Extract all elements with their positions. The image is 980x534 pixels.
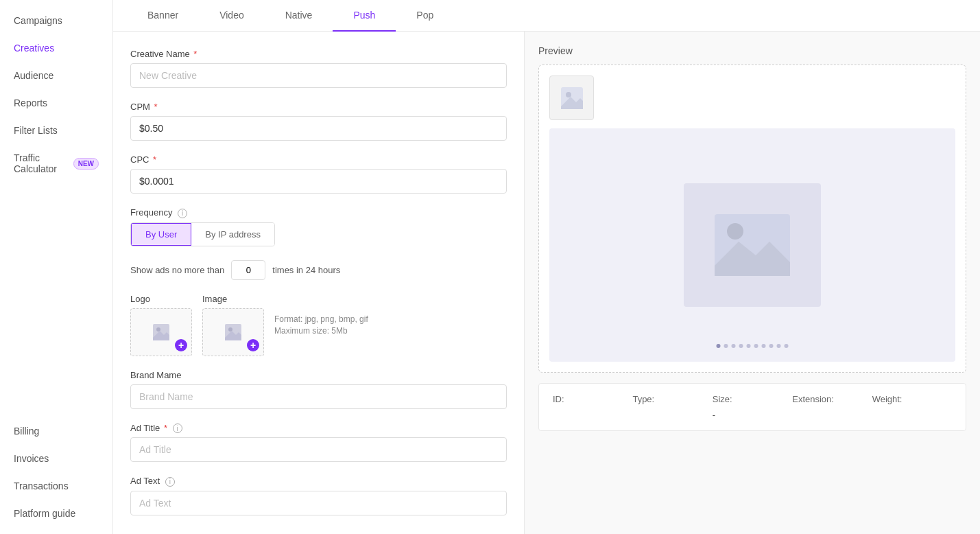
preview-main-icon [711, 211, 793, 279]
content-area: Creative Name * CPM * CPC * [113, 32, 980, 534]
creative-name-label: Creative Name * [130, 49, 507, 59]
creative-name-group: Creative Name * [130, 49, 507, 88]
ad-text-group: Ad Text i [130, 476, 507, 515]
val-id [553, 410, 632, 420]
preview-dot-5 [747, 344, 751, 348]
preview-dot-9 [777, 344, 781, 348]
sidebar-item-label: Audience [14, 70, 53, 81]
info-table-header: ID: Type: Size: Extension: Weight: [553, 394, 952, 404]
frequency-label: Frequency i [130, 207, 507, 218]
sidebar-item-label: Campaigns [14, 15, 62, 26]
upload-hints: Format: jpg, png, bmp, gif Maximum size:… [274, 294, 368, 356]
logo-upload-plus[interactable]: + [175, 339, 187, 351]
tab-native[interactable]: Native [265, 0, 333, 32]
show-ads-suffix: times in 24 hours [272, 265, 340, 275]
brand-name-group: Brand Mame [130, 370, 507, 409]
svg-point-10 [727, 223, 743, 240]
sidebar-item-billing[interactable]: Billing [0, 417, 112, 445]
freq-by-user[interactable]: By User [131, 223, 191, 246]
sidebar-item-label: Invoices [14, 453, 49, 464]
cpc-required: * [153, 154, 156, 165]
preview-dot-3 [732, 344, 736, 348]
col-id: ID: [553, 394, 632, 404]
preview-dot-2 [724, 344, 728, 348]
val-extension [792, 410, 872, 420]
sidebar-item-transactions[interactable]: Transactions [0, 472, 112, 500]
image-label: Image [202, 294, 264, 304]
preview-logo-icon [558, 84, 586, 112]
show-ads-prefix: Show ads no more than [130, 265, 224, 275]
sidebar-item-label: Creatives [14, 43, 54, 54]
col-type: Type: [632, 394, 712, 404]
sidebar-item-reports[interactable]: Reports [0, 89, 112, 117]
tab-video[interactable]: Video [199, 0, 265, 32]
cpm-label: CPM * [130, 102, 507, 112]
frequency-toggle: By User By IP address [130, 222, 275, 246]
upload-row: Logo + Image [130, 294, 507, 356]
tab-banner[interactable]: Banner [127, 0, 199, 32]
ad-title-info-icon[interactable]: i [173, 423, 182, 433]
upload-hint-size: Maximum size: 5Mb [274, 326, 368, 336]
preview-box [538, 65, 966, 373]
show-ads-input[interactable] [231, 260, 265, 280]
cpm-group: CPM * [130, 102, 507, 141]
preview-dot-8 [769, 344, 774, 348]
col-extension: Extension: [792, 394, 872, 404]
sidebar-item-label: Platform guide [14, 508, 75, 519]
cpc-input[interactable] [130, 169, 507, 194]
preview-dot-10 [785, 344, 789, 348]
tab-push[interactable]: Push [333, 0, 396, 32]
sidebar-item-label: Transactions [14, 480, 69, 491]
frequency-info-icon[interactable]: i [178, 209, 187, 218]
sidebar-item-campaigns[interactable]: Campaigns [0, 7, 112, 34]
sidebar-item-label: Traffic Calculator [14, 152, 68, 174]
form-panel: Creative Name * CPM * CPC * [113, 32, 525, 534]
preview-main-area [549, 128, 955, 362]
sidebar-item-creatives[interactable]: Creatives [0, 34, 112, 62]
brand-name-input[interactable] [130, 384, 507, 409]
upload-hint-format: Format: jpg, png, bmp, gif [274, 314, 368, 324]
image-upload-group: Image + [202, 294, 264, 356]
required-star: * [193, 49, 197, 59]
preview-dots [717, 344, 789, 348]
val-type [632, 410, 712, 420]
logo-upload-group: Logo + [130, 294, 192, 356]
tab-pop[interactable]: Pop [396, 0, 454, 32]
preview-dot-7 [762, 344, 766, 348]
info-table-row: - [553, 410, 952, 420]
sidebar-item-label: Filter Lists [14, 125, 58, 136]
info-table: ID: Type: Size: Extension: Weight: - [538, 383, 966, 431]
sidebar-item-filter-lists[interactable]: Filter Lists [0, 117, 112, 144]
main-area: Banner Video Native Push Pop Creative Na… [113, 0, 980, 534]
cpc-label: CPC * [130, 154, 507, 165]
preview-title: Preview [538, 45, 966, 56]
logo-upload-box[interactable]: + [130, 308, 192, 356]
brand-name-label: Brand Mame [130, 370, 507, 380]
image-upload-plus[interactable]: + [247, 339, 259, 351]
sidebar-item-invoices[interactable]: Invoices [0, 445, 112, 472]
freq-by-ip[interactable]: By IP address [191, 223, 274, 246]
cpm-input[interactable] [130, 116, 507, 141]
ad-title-required: * [164, 423, 167, 433]
col-size: Size: [713, 394, 792, 404]
sidebar: Campaigns Creatives Audience Reports Fil… [0, 0, 113, 534]
preview-panel: Preview [525, 32, 980, 534]
ad-title-input[interactable] [130, 437, 507, 462]
image-upload-box[interactable]: + [202, 308, 264, 356]
new-badge: NEW [73, 158, 99, 170]
sidebar-item-platform-guide[interactable]: Platform guide [0, 500, 112, 527]
svg-point-7 [566, 92, 571, 97]
creative-name-input[interactable] [130, 63, 507, 88]
show-ads-row: Show ads no more than times in 24 hours [130, 260, 507, 280]
sidebar-item-label: Billing [14, 426, 39, 437]
preview-dot-6 [754, 344, 758, 348]
preview-dot-4 [739, 344, 743, 348]
ad-text-info-icon[interactable]: i [165, 477, 175, 487]
sidebar-item-audience[interactable]: Audience [0, 62, 112, 89]
ad-text-label: Ad Text i [130, 476, 507, 487]
ad-text-input[interactable] [130, 491, 507, 515]
cpm-required: * [154, 102, 158, 112]
sidebar-item-traffic-calculator[interactable]: Traffic Calculator NEW [0, 144, 112, 183]
cpc-group: CPC * [130, 154, 507, 194]
ad-title-label: Ad Title * i [130, 423, 507, 434]
